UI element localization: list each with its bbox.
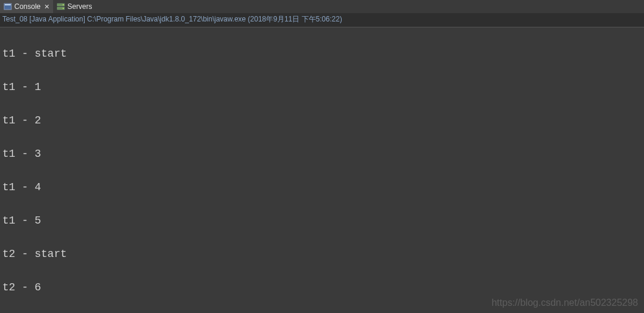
svg-point-4 bbox=[63, 4, 64, 5]
stdout-line: t1 - 1 bbox=[2, 79, 642, 95]
tab-console[interactable]: Console ✕ bbox=[0, 0, 53, 13]
svg-point-5 bbox=[63, 8, 64, 9]
stdout-line: t1 - 3 bbox=[2, 145, 642, 162]
tab-bar: Console ✕ Servers bbox=[0, 0, 644, 13]
tab-servers-label: Servers bbox=[67, 2, 92, 11]
svg-rect-1 bbox=[5, 4, 11, 5]
stdout-line: t1 - 4 bbox=[2, 179, 642, 196]
stdout-line: t1 - 2 bbox=[2, 112, 642, 129]
stdout-line: t2 - start bbox=[2, 246, 642, 262]
launch-info-bar: Test_08 [Java Application] C:\Program Fi… bbox=[0, 13, 644, 27]
console-icon bbox=[4, 2, 12, 11]
console-output[interactable]: t1 - start t1 - 1 t1 - 2 t1 - 3 t1 - 4 t… bbox=[0, 27, 644, 313]
close-icon[interactable]: ✕ bbox=[44, 3, 49, 11]
tab-console-label: Console bbox=[14, 2, 41, 11]
stdout-line: t2 - 6 bbox=[2, 279, 642, 296]
stdout-line: t1 - 5 bbox=[2, 212, 642, 229]
stdout-line: t1 - start bbox=[2, 45, 642, 62]
tab-servers[interactable]: Servers bbox=[53, 0, 95, 13]
servers-icon bbox=[57, 2, 65, 11]
